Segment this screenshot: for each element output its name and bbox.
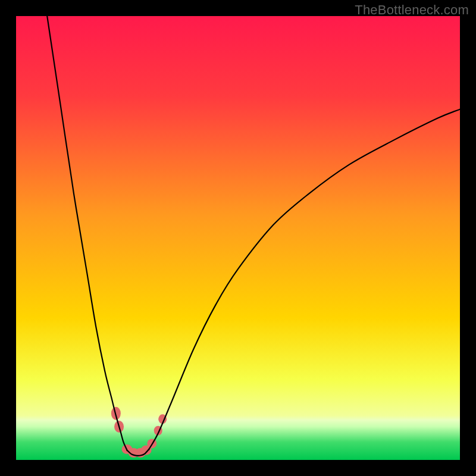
chart-background	[16, 16, 460, 460]
chart-plot-area	[16, 16, 460, 460]
outer-frame: TheBottleneck.com	[0, 0, 476, 476]
chart-svg	[16, 16, 460, 460]
